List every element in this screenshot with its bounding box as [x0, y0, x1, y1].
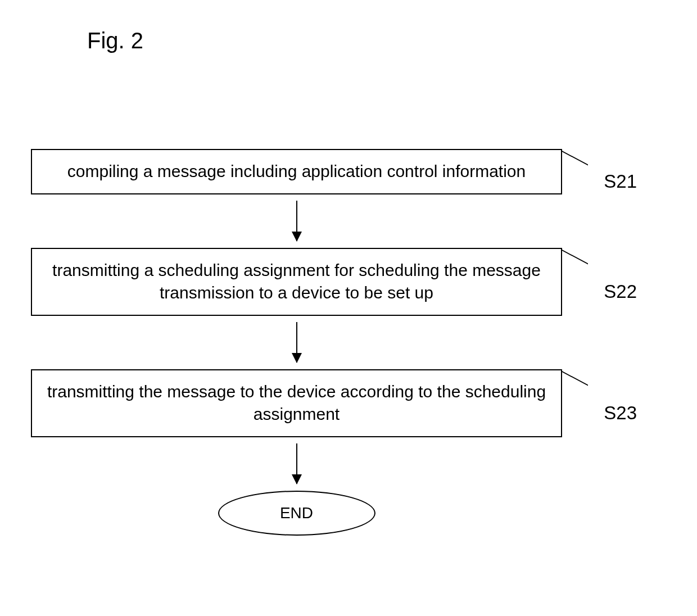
step-label-1: S21	[604, 169, 637, 194]
connector-line-1	[561, 150, 588, 151]
step-text-1: compiling a message including applicatio…	[67, 162, 526, 180]
arrow-container-2	[31, 316, 562, 369]
connector-line-2	[561, 249, 588, 250]
arrow-down-icon	[296, 443, 297, 484]
connector-line-3	[561, 370, 588, 372]
arrow-down-icon	[296, 322, 297, 363]
step-box-1: compiling a message including applicatio…	[31, 149, 562, 194]
end-terminal: END	[218, 491, 375, 536]
figure-title: Fig. 2	[87, 28, 143, 53]
step-text-2: transmitting a scheduling assignment for…	[52, 261, 541, 302]
arrow-container-1	[31, 194, 562, 248]
end-container: END	[31, 491, 562, 536]
end-label: END	[280, 504, 313, 522]
arrow-down-icon	[296, 201, 297, 241]
flowchart-container: compiling a message including applicatio…	[31, 149, 666, 536]
step-box-3: transmitting the message to the device a…	[31, 369, 562, 437]
arrow-container-3	[31, 437, 562, 491]
step-text-3: transmitting the message to the device a…	[47, 382, 546, 424]
step-box-2: transmitting a scheduling assignment for…	[31, 248, 562, 316]
step-label-3: S23	[604, 401, 637, 426]
step-label-2: S22	[604, 279, 637, 305]
